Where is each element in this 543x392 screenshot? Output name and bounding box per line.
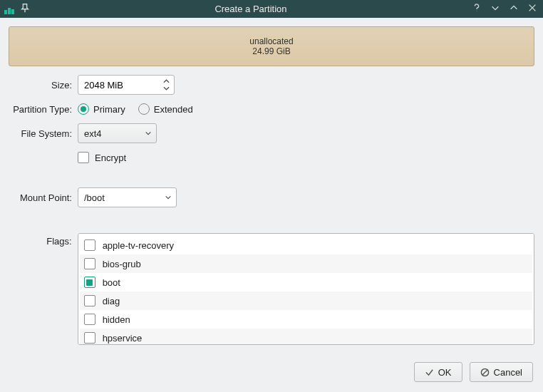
encrypt-checkbox[interactable]: Encrypt <box>78 152 126 163</box>
size-spinbox[interactable] <box>78 75 175 95</box>
checkbox-box[interactable] <box>84 295 95 306</box>
radio-primary[interactable]: Primary <box>78 103 125 115</box>
mount-point-combo[interactable]: /boot <box>78 187 177 207</box>
minimize-icon[interactable] <box>490 3 500 15</box>
flag-item[interactable]: hpservice <box>80 329 532 345</box>
partition-bar: unallocated 24.99 GiB <box>9 26 534 66</box>
chevron-down-icon <box>165 194 172 201</box>
partition-bar-name: unallocated <box>249 36 293 46</box>
checkbox-box[interactable] <box>84 277 95 288</box>
ok-button[interactable]: OK <box>414 362 462 382</box>
partition-bar-size: 24.99 GiB <box>252 46 290 56</box>
maximize-icon[interactable] <box>509 3 519 15</box>
flag-item-label: hidden <box>103 314 130 325</box>
cancel-button-label: Cancel <box>494 367 522 378</box>
close-icon[interactable] <box>527 3 537 15</box>
pin-icon[interactable] <box>20 3 30 15</box>
flag-item[interactable]: bios-grub <box>80 254 532 273</box>
filesystem-label: File System: <box>9 128 78 139</box>
filesystem-combo[interactable]: ext4 <box>78 123 157 143</box>
flag-item-label: bios-grub <box>103 259 141 269</box>
titlebar: Create a Partition <box>0 0 543 18</box>
flags-label: Flags: <box>9 233 78 247</box>
window-title: Create a Partition <box>30 4 472 14</box>
radio-extended-label: Extended <box>154 104 193 115</box>
checkbox-box[interactable] <box>84 314 95 325</box>
help-icon[interactable] <box>472 3 482 15</box>
flag-item-label: apple-tv-recovery <box>103 240 174 251</box>
size-spin-up[interactable] <box>161 78 171 85</box>
radio-primary-label: Primary <box>93 104 125 115</box>
flags-listbox[interactable]: apple-tv-recoverybios-grubbootdiaghidden… <box>78 233 534 345</box>
size-input[interactable] <box>84 80 158 91</box>
encrypt-label: Encrypt <box>95 153 126 163</box>
mount-point-label: Mount Point: <box>9 192 78 203</box>
checkbox-box[interactable] <box>84 258 95 269</box>
flag-item[interactable]: diag <box>80 292 532 310</box>
flag-item-label: hpservice <box>103 333 143 344</box>
mount-point-value: /boot <box>84 192 105 203</box>
flag-item[interactable]: apple-tv-recovery <box>80 236 532 254</box>
cancel-button[interactable]: Cancel <box>470 362 533 382</box>
flag-item-label: boot <box>103 277 120 288</box>
partition-type-group: Primary Extended <box>78 103 193 115</box>
size-spin-down[interactable] <box>161 85 171 92</box>
checkbox-box[interactable] <box>84 332 95 344</box>
flag-item[interactable]: boot <box>80 273 532 292</box>
flag-item[interactable]: hidden <box>80 310 532 329</box>
radio-extended[interactable]: Extended <box>138 103 193 115</box>
chevron-down-icon <box>145 130 152 137</box>
cancel-icon <box>480 368 490 377</box>
check-icon <box>425 368 434 377</box>
ok-button-label: OK <box>438 367 452 378</box>
checkbox-box[interactable] <box>84 239 95 251</box>
size-label: Size: <box>9 80 78 91</box>
app-logo-icon <box>4 4 14 14</box>
flag-item-label: diag <box>103 296 120 306</box>
partition-type-label: Partition Type: <box>9 104 78 115</box>
filesystem-value: ext4 <box>84 128 102 139</box>
